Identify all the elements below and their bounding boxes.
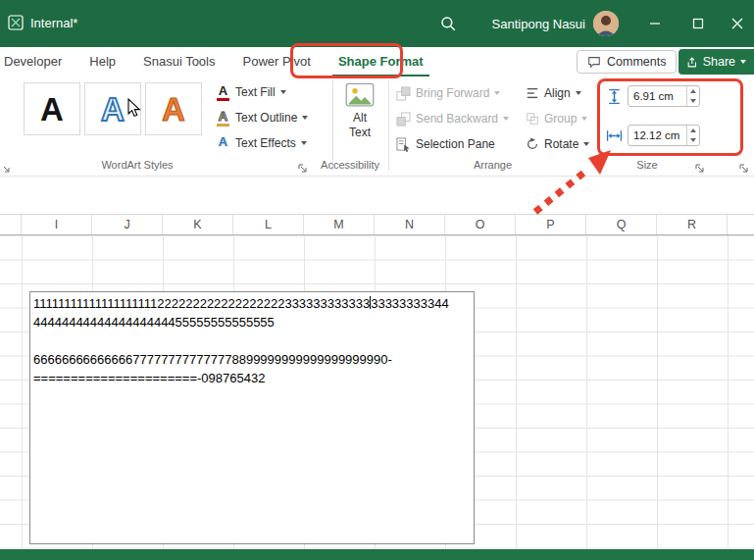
- dialog-launcher-icon[interactable]: [694, 160, 705, 171]
- column-header-o[interactable]: O: [445, 215, 516, 234]
- column-header-r[interactable]: R: [657, 215, 728, 234]
- column-header-n[interactable]: N: [375, 215, 445, 234]
- avatar[interactable]: [593, 11, 619, 36]
- shape-height-input[interactable]: 6.91 cm: [628, 85, 700, 107]
- chevron-down-icon: [301, 141, 307, 145]
- textbox-line: [33, 331, 471, 350]
- selection-pane-label: Selection Pane: [416, 137, 495, 151]
- accessibility-group-label: Accessibility: [306, 159, 394, 171]
- align-icon: [526, 86, 539, 100]
- account-name[interactable]: Santipong Nasui: [492, 17, 585, 31]
- chevron-down-icon: [583, 142, 589, 146]
- dialog-launcher-icon[interactable]: [738, 160, 749, 171]
- alt-text-label-line2: Text: [335, 126, 384, 140]
- textbox-shape[interactable]: 1111111111111111111122222222222222222233…: [29, 291, 475, 544]
- status-bar: [0, 549, 754, 560]
- excel-app-icon: [8, 15, 24, 30]
- share-label: Share: [703, 55, 735, 69]
- shape-width-value[interactable]: 12.12 cm: [628, 129, 686, 141]
- chevron-down-icon: [740, 60, 746, 64]
- column-header-j[interactable]: J: [92, 215, 163, 234]
- rotate-label: Rotate: [544, 137, 578, 151]
- text-fill-button[interactable]: A Text Fill: [216, 81, 286, 103]
- title-bar: Internal* Santipong Nasui: [0, 0, 754, 47]
- search-icon[interactable]: [439, 15, 457, 32]
- close-button[interactable]: [721, 0, 754, 47]
- bring-forward-button[interactable]: Bring Forward: [396, 82, 500, 104]
- column-header-p[interactable]: P: [516, 215, 586, 234]
- textbox-line: ======================-098765432: [33, 369, 471, 387]
- height-decrement-button[interactable]: [687, 96, 699, 106]
- tab-power-pivot[interactable]: Power Pivot: [237, 47, 317, 76]
- rotate-icon: [526, 137, 539, 151]
- selection-pane-icon: [396, 137, 411, 152]
- column-header-m[interactable]: M: [304, 215, 375, 234]
- wordart-styles-group-label: WordArt Styles: [64, 159, 211, 171]
- column-header-i[interactable]: I: [22, 215, 92, 234]
- comments-button[interactable]: Comments: [577, 50, 677, 74]
- chevron-down-icon: [576, 91, 581, 95]
- rotate-button[interactable]: Rotate: [526, 133, 589, 155]
- chevron-down-icon: [280, 90, 286, 94]
- text-outline-icon: A: [216, 110, 230, 126]
- chevron-down-icon: [581, 117, 587, 121]
- ribbon-tabs: Developer Help Snasui Tools Power Pivot …: [0, 47, 429, 76]
- arrange-group-label: Arrange: [446, 159, 539, 171]
- comments-label: Comments: [607, 55, 666, 69]
- align-button[interactable]: Align: [526, 82, 581, 104]
- mouse-cursor-icon: [127, 98, 142, 118]
- maximize-button[interactable]: [681, 0, 715, 47]
- group-divider: [332, 80, 333, 171]
- tab-snasui-tools[interactable]: Snasui Tools: [137, 47, 221, 76]
- size-group-label: Size: [618, 159, 677, 171]
- shape-height-value[interactable]: 6.91 cm: [628, 90, 686, 102]
- tab-shape-format[interactable]: Shape Format: [332, 47, 429, 76]
- chevron-down-icon: [503, 117, 509, 121]
- width-decrement-button[interactable]: [687, 135, 699, 145]
- send-backward-label: Send Backward: [416, 112, 498, 126]
- picture-icon: [345, 82, 375, 107]
- wordart-style-plain[interactable]: A: [24, 82, 80, 135]
- tab-developer[interactable]: Developer: [0, 47, 68, 76]
- shape-height-icon: [606, 88, 623, 105]
- chevron-down-icon: [494, 91, 500, 95]
- height-increment-button[interactable]: [687, 86, 699, 96]
- group-button[interactable]: Group: [526, 108, 587, 129]
- text-effects-button[interactable]: A Text Effects: [216, 132, 307, 154]
- send-backward-icon: [396, 112, 411, 127]
- tab-help[interactable]: Help: [83, 47, 122, 76]
- comment-icon: [587, 55, 601, 69]
- alt-text-button[interactable]: Alt Text: [335, 82, 384, 157]
- column-header-q[interactable]: Q: [586, 215, 657, 234]
- share-button[interactable]: Share: [679, 49, 754, 75]
- text-fill-label: Text Fill: [235, 85, 276, 99]
- text-outline-button[interactable]: A Text Outline: [216, 107, 308, 128]
- align-label: Align: [544, 86, 571, 100]
- minimize-button[interactable]: [638, 0, 672, 47]
- selection-pane-button[interactable]: Selection Pane: [396, 133, 495, 155]
- bring-forward-label: Bring Forward: [416, 86, 489, 100]
- text-outline-label: Text Outline: [235, 111, 297, 125]
- ribbon-tab-row: Developer Help Snasui Tools Power Pivot …: [0, 47, 754, 76]
- excel-window: Internal* Santipong Nasui Developer Help…: [0, 0, 754, 560]
- shape-width-input[interactable]: 12.12 cm: [628, 125, 700, 146]
- chevron-down-icon: [302, 116, 308, 120]
- bring-forward-icon: [396, 86, 411, 101]
- group-divider: [599, 80, 600, 171]
- spreadsheet-grid[interactable]: 1111111111111111111122222222222222222233…: [0, 235, 754, 549]
- document-title: Internal*: [30, 16, 77, 30]
- alt-text-label-line1: Alt: [335, 111, 384, 126]
- dialog-launcher-icon[interactable]: [297, 160, 308, 171]
- dialog-launcher-icon[interactable]: [0, 160, 11, 171]
- send-backward-button[interactable]: Send Backward: [396, 108, 509, 129]
- wordart-style-orange[interactable]: A: [145, 82, 202, 135]
- column-header-k[interactable]: K: [163, 215, 233, 234]
- column-header-l[interactable]: L: [233, 215, 304, 234]
- textbox-line: 6666666666666677777777777777889999999999…: [33, 350, 471, 369]
- width-stepper: [686, 126, 699, 145]
- width-increment-button[interactable]: [687, 126, 699, 135]
- shape-width-icon: [606, 127, 623, 144]
- height-stepper: [686, 86, 699, 106]
- column-headers: I J K L M N O P Q R: [0, 214, 754, 235]
- text-effects-label: Text Effects: [235, 136, 296, 150]
